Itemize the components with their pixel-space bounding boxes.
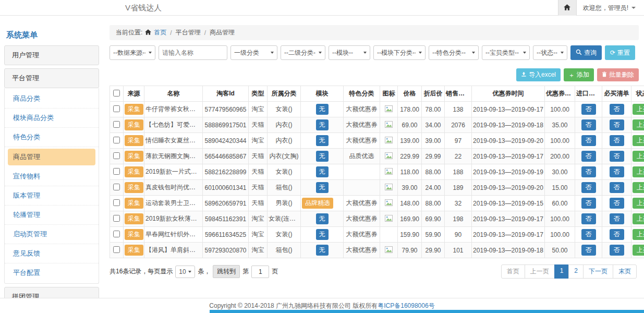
row-checkbox[interactable] — [113, 152, 120, 159]
status-toggle[interactable]: 上架 — [633, 119, 644, 130]
icp-link[interactable]: 粤ICP备16098006号 — [378, 302, 434, 309]
sidebar-item[interactable]: 宣传物料 — [5, 167, 99, 186]
row-checkbox[interactable] — [113, 184, 120, 190]
page-button-首页[interactable]: 首页 — [501, 264, 525, 279]
sidebar-item[interactable]: 特色分类 — [5, 128, 99, 147]
table-row: 采集2019新款女秋薄款...598451162391淘宝女装(连衣裙)无大额优… — [110, 211, 644, 227]
must-buy-toggle[interactable]: 否 — [610, 245, 624, 256]
sales-cell: 188 — [445, 164, 472, 180]
coupon-amount-cell: 15.00 — [545, 180, 575, 196]
status-toggle[interactable]: 上架 — [633, 245, 644, 256]
sidebar-item[interactable]: 平台配置 — [5, 263, 99, 282]
sidebar-item[interactable]: 意见反馈 — [5, 244, 99, 263]
must-buy-toggle[interactable]: 否 — [610, 119, 624, 130]
per-page-select[interactable]: 10 — [175, 266, 195, 278]
filter-select-status[interactable]: --状态-- — [533, 45, 567, 60]
import-excel-button[interactable]: 导入excel — [516, 68, 561, 81]
must-buy-toggle[interactable]: 否 — [610, 198, 624, 209]
search-button[interactable]: 查询 — [570, 45, 602, 60]
coupon-time-cell: 2019-09-13—2019-09-15 — [472, 196, 545, 211]
import-choice-toggle[interactable]: 否 — [581, 182, 596, 193]
import-choice-toggle[interactable]: 否 — [581, 104, 596, 115]
page-button-下一页[interactable]: 下一页 — [583, 264, 613, 279]
sidebar-group[interactable]: 用户管理 — [4, 45, 99, 65]
row-checkbox[interactable] — [113, 231, 120, 237]
jump-pre-text: 第 — [242, 267, 249, 276]
must-buy-toggle[interactable]: 否 — [610, 151, 624, 162]
jump-button[interactable]: 跳转到 — [213, 265, 240, 278]
sidebar-group[interactable]: 平台管理 — [4, 68, 99, 88]
row-checkbox[interactable] — [113, 246, 120, 253]
sidebar-item[interactable]: 商品管理 — [8, 149, 95, 165]
page-number-input[interactable] — [251, 266, 269, 278]
sidebar-item[interactable]: 轮播管理 — [5, 206, 99, 225]
must-buy-cell: 否 — [602, 164, 631, 180]
sidebar-item[interactable]: 启动页管理 — [5, 225, 99, 244]
status-toggle[interactable]: 上架 — [633, 229, 644, 240]
row-checkbox[interactable] — [113, 121, 120, 128]
page-button-1[interactable]: 1 — [554, 264, 569, 279]
breadcrumb-home-icon — [145, 29, 151, 37]
status-toggle[interactable]: 上架 — [633, 213, 644, 224]
page-button-末页[interactable]: 末页 — [613, 264, 637, 279]
filter-select-module[interactable]: --模块-- — [329, 45, 370, 60]
image-thumbnail-icon — [385, 247, 393, 255]
import-choice-toggle[interactable]: 否 — [581, 151, 596, 162]
add-button[interactable]: ＋ 添加 — [564, 68, 594, 81]
select-all-checkbox[interactable] — [113, 90, 120, 97]
row-checkbox[interactable] — [113, 105, 120, 112]
category-cell: 箱包() — [268, 243, 301, 258]
import-choice-toggle[interactable]: 否 — [581, 166, 596, 177]
import-choice-toggle[interactable]: 否 — [581, 229, 596, 240]
import-choice-toggle[interactable]: 否 — [581, 245, 596, 256]
must-buy-toggle[interactable]: 否 — [610, 213, 624, 224]
coupon-amount-cell: 100.00 — [545, 133, 575, 149]
status-toggle[interactable]: 上架 — [633, 198, 644, 209]
import-choice-toggle[interactable]: 否 — [581, 198, 596, 209]
must-buy-toggle[interactable]: 否 — [610, 104, 624, 115]
row-checkbox[interactable] — [113, 215, 120, 222]
sidebar-submenu: 商品分类模块商品分类特色分类商品管理宣传物料版本管理轮播管理启动页管理意见反馈平… — [4, 88, 99, 284]
filter-select-feature-category[interactable]: --特色分类-- — [429, 45, 479, 60]
sidebar-item[interactable]: 模块商品分类 — [5, 109, 99, 128]
import-choice-toggle[interactable]: 否 — [581, 119, 596, 130]
sidebar-item[interactable]: 商品分类 — [5, 89, 99, 109]
must-buy-toggle[interactable]: 否 — [610, 229, 624, 240]
filter-select-item-type[interactable]: --宝贝类型-- — [482, 45, 530, 60]
status-toggle[interactable]: 上架 — [633, 182, 644, 193]
sidebar-group[interactable]: 拼团管理 — [4, 287, 99, 298]
column-header: 淘客Id — [203, 86, 249, 102]
filter-select-level1-category[interactable]: 一级分类 — [230, 45, 277, 60]
home-button[interactable] — [558, 0, 577, 16]
image-thumbnail-icon — [385, 122, 393, 129]
batch-delete-button[interactable]: 批量删除 — [597, 68, 639, 81]
source-badge: 采集 — [125, 119, 143, 130]
reset-button[interactable]: ⟳ 重置 — [605, 45, 635, 60]
filter-select-level2-category[interactable]: --二级分类-- — [281, 45, 325, 60]
icon-cell — [380, 164, 398, 180]
must-buy-toggle[interactable]: 否 — [610, 135, 624, 146]
row-checkbox[interactable] — [113, 199, 120, 206]
status-toggle[interactable]: 上架 — [633, 166, 644, 177]
source-cell: 采集 — [124, 243, 144, 258]
filter-select-module-subcategory[interactable]: --模块下分类-- — [373, 45, 426, 60]
filter-input-name[interactable] — [159, 45, 227, 60]
must-buy-toggle[interactable]: 否 — [610, 166, 624, 177]
status-toggle[interactable]: 上架 — [633, 151, 644, 162]
coupon-time-cell: 2019-09-13—2019-09-18 — [472, 117, 545, 133]
status-toggle[interactable]: 上架 — [633, 135, 644, 146]
row-checkbox-cell — [110, 133, 124, 149]
import-choice-toggle[interactable]: 否 — [581, 213, 596, 224]
must-buy-toggle[interactable]: 否 — [610, 182, 624, 193]
import-choice-toggle[interactable]: 否 — [581, 135, 596, 146]
page-button-上一页[interactable]: 上一页 — [525, 264, 555, 279]
breadcrumb-home-link[interactable]: 首页 — [154, 28, 166, 37]
page-button-2[interactable]: 2 — [568, 264, 584, 279]
status-toggle[interactable]: 上架 — [633, 104, 644, 115]
sidebar-item[interactable]: 版本管理 — [5, 186, 99, 206]
filter-select-data-source[interactable]: --数据来源-- — [110, 45, 155, 60]
category-cell: 女装() — [268, 164, 301, 180]
row-checkbox[interactable] — [113, 168, 120, 175]
row-checkbox[interactable] — [113, 137, 120, 143]
user-menu[interactable]: 欢迎您，管理员! — [577, 4, 644, 13]
